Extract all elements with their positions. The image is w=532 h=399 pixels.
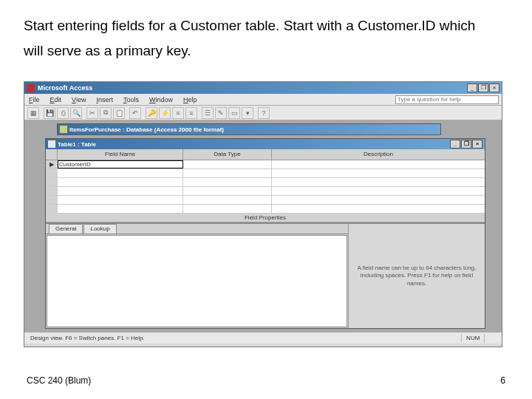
table-titlebar: Table1 : Table _ ❐ × xyxy=(46,139,485,149)
row-selector-header xyxy=(46,149,58,160)
field-name-cell[interactable] xyxy=(58,205,183,213)
data-type-cell[interactable] xyxy=(183,178,272,186)
indexes-button[interactable]: ⚡ xyxy=(159,107,171,119)
cut-button[interactable]: ✂ xyxy=(86,107,98,119)
paste-icon: 📋 xyxy=(115,109,123,117)
description-cell[interactable] xyxy=(272,160,485,168)
help-search-input[interactable] xyxy=(395,95,499,104)
status-empty xyxy=(484,334,499,343)
paste-button[interactable]: 📋 xyxy=(113,107,125,119)
help-icon: ? xyxy=(262,109,265,117)
access-key-icon xyxy=(27,84,35,92)
menu-bar: File Edit View Insert Tools Window Help xyxy=(24,94,502,106)
insert-rows-button[interactable]: ≡ xyxy=(172,107,184,119)
description-cell[interactable] xyxy=(272,178,485,186)
col-description[interactable]: Description xyxy=(272,149,485,160)
row-selector[interactable] xyxy=(46,178,58,186)
properties-button[interactable]: ☰ xyxy=(202,107,214,119)
minimize-button[interactable]: _ xyxy=(467,83,477,92)
table-close-button[interactable]: × xyxy=(472,140,482,149)
new-object-button[interactable]: ▾ xyxy=(242,107,253,119)
field-grid: Field Name Data Type Description ▶ Custo… xyxy=(46,149,485,214)
field-name-cell[interactable] xyxy=(58,187,183,195)
grid-header: Field Name Data Type Description xyxy=(46,149,485,160)
field-properties-pane: General Lookup A field name can be up to… xyxy=(46,222,485,328)
help-button[interactable]: ? xyxy=(258,107,270,119)
data-type-cell[interactable] xyxy=(183,160,272,168)
field-properties-help-pane: A field name can be up to 64 characters … xyxy=(349,224,485,328)
database-window-button[interactable]: ▭ xyxy=(228,107,240,119)
grid-row[interactable] xyxy=(46,205,485,214)
print-button[interactable]: ⎙ xyxy=(57,107,69,119)
menu-help[interactable]: Help xyxy=(183,96,197,103)
field-properties-left: General Lookup xyxy=(46,224,349,328)
menu-view[interactable]: View xyxy=(72,96,86,103)
save-button[interactable]: 💾 xyxy=(44,107,55,119)
description-cell[interactable] xyxy=(272,187,485,195)
slide-footer-left: CSC 240 (Blum) xyxy=(27,375,91,386)
database-window[interactable]: ItemsForPurchase : Database (Access 2000… xyxy=(57,123,441,135)
undo-button[interactable]: ↶ xyxy=(129,107,141,119)
menu-file[interactable]: File xyxy=(29,96,40,103)
description-cell[interactable] xyxy=(272,196,485,204)
new-icon: ▾ xyxy=(246,109,250,117)
description-cell[interactable] xyxy=(272,169,485,177)
menu-insert[interactable]: Insert xyxy=(96,96,113,103)
delete-rows-button[interactable]: ≡ xyxy=(185,107,197,119)
tab-general[interactable]: General xyxy=(49,224,83,233)
app-titlebar: Microsoft Access _ ❐ × xyxy=(24,82,502,94)
search-icon: 🔍 xyxy=(72,109,81,117)
current-row-marker[interactable]: ▶ xyxy=(46,160,58,168)
grid-row[interactable] xyxy=(46,178,485,187)
insert-row-icon: ≡ xyxy=(176,109,180,117)
col-field-name[interactable]: Field Name xyxy=(58,149,183,160)
data-type-cell[interactable] xyxy=(183,187,272,195)
mdi-client-area: ItemsForPurchase : Database (Access 2000… xyxy=(24,120,502,332)
description-cell[interactable] xyxy=(272,205,485,213)
app-title-text: Microsoft Access xyxy=(38,84,466,92)
primary-key-button[interactable]: 🔑 xyxy=(146,107,157,119)
menu-window[interactable]: Window xyxy=(149,96,173,103)
preview-button[interactable]: 🔍 xyxy=(70,107,82,119)
copy-button[interactable]: ⧉ xyxy=(100,107,112,119)
tab-lookup[interactable]: Lookup xyxy=(83,224,116,233)
field-name-input[interactable]: CustomerID xyxy=(58,160,183,168)
print-icon: ⎙ xyxy=(61,109,65,117)
grid-row[interactable] xyxy=(46,196,485,205)
table-design-window: Table1 : Table _ ❐ × Field Name Data Typ… xyxy=(45,138,485,329)
close-button[interactable]: × xyxy=(489,83,499,92)
properties-body[interactable] xyxy=(47,235,347,327)
row-selector[interactable] xyxy=(46,196,58,204)
table-restore-button[interactable]: ❐ xyxy=(461,140,471,149)
db-icon: ▭ xyxy=(231,109,238,117)
window-controls: _ ❐ × xyxy=(466,83,499,92)
row-selector[interactable] xyxy=(46,169,58,177)
field-name-cell[interactable] xyxy=(58,178,183,186)
restore-button[interactable]: ❐ xyxy=(478,83,488,92)
data-type-cell[interactable] xyxy=(183,169,272,177)
cut-icon: ✂ xyxy=(89,109,95,117)
grid-row[interactable] xyxy=(46,169,485,178)
key-icon: 🔑 xyxy=(148,109,156,117)
data-type-cell[interactable] xyxy=(183,205,272,213)
build-button[interactable]: ✎ xyxy=(215,107,227,119)
properties-tabs: General Lookup xyxy=(46,224,348,234)
field-name-cell[interactable] xyxy=(58,169,183,177)
grid-row[interactable] xyxy=(46,187,485,196)
menu-tools[interactable]: Tools xyxy=(123,96,139,103)
row-selector[interactable] xyxy=(46,205,58,213)
status-main-text: Design view. F6 = Switch panes. F1 = Hel… xyxy=(27,335,461,341)
copy-icon: ⧉ xyxy=(103,109,108,117)
view-button[interactable]: ▦ xyxy=(27,107,39,119)
lightning-icon: ⚡ xyxy=(161,109,169,117)
table-title-text: Table1 : Table xyxy=(58,141,449,148)
menu-edit[interactable]: Edit xyxy=(50,96,62,103)
data-type-cell[interactable] xyxy=(183,196,272,204)
field-name-cell[interactable] xyxy=(58,196,183,204)
toolbar: ▦ 💾 ⎙ 🔍 ✂ ⧉ 📋 ↶ 🔑 ⚡ ≡ ≡ ☰ ✎ ▭ ▾ ? xyxy=(24,106,502,120)
row-selector[interactable] xyxy=(46,187,58,195)
table-minimize-button[interactable]: _ xyxy=(450,140,460,149)
grid-row[interactable]: ▶ CustomerID xyxy=(46,160,485,169)
datasheet-icon: ▦ xyxy=(30,109,37,117)
col-data-type[interactable]: Data Type xyxy=(183,149,272,160)
